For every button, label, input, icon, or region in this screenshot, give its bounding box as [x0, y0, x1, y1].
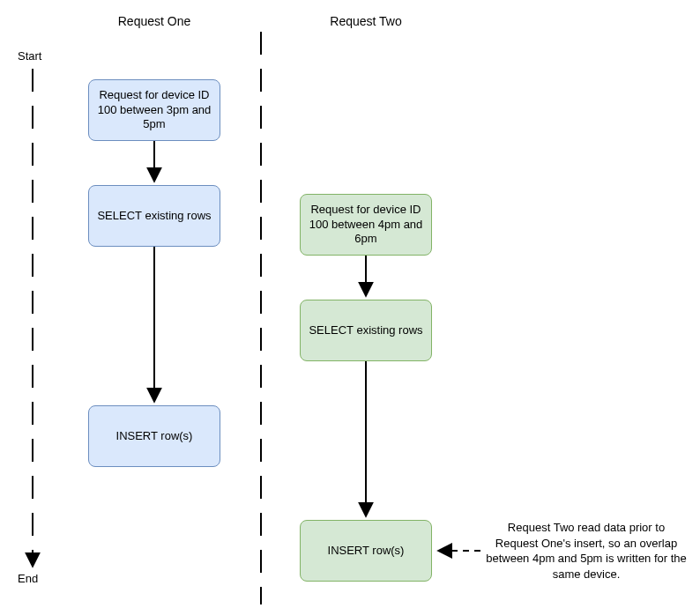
left-step-select: SELECT existing rows: [88, 185, 220, 247]
timeline-end-label: End: [18, 572, 38, 585]
left-step-insert: INSERT row(s): [88, 405, 220, 467]
right-step-insert: INSERT row(s): [300, 520, 432, 582]
right-step-request: Request for device ID 100 between 4pm an…: [300, 194, 432, 256]
race-condition-annotation: Request Two read data prior to Request O…: [485, 520, 688, 582]
column-title-left: Request One: [88, 14, 220, 28]
timeline-start-label: Start: [18, 49, 41, 63]
right-step-select: SELECT existing rows: [300, 300, 432, 361]
column-title-right: Request Two: [300, 14, 432, 28]
left-step-request: Request for device ID 100 between 3pm an…: [88, 79, 220, 141]
